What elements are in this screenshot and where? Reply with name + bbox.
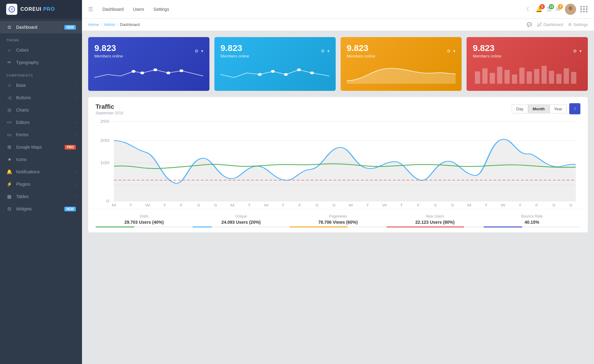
buttons-icon: ◁ bbox=[6, 95, 12, 101]
apps-grid-icon[interactable] bbox=[580, 6, 588, 12]
breadcrumb-sep1: / bbox=[101, 22, 102, 27]
svg-text:M: M bbox=[467, 203, 471, 207]
sidebar-item-base[interactable]: ☆ Base ‹ bbox=[0, 79, 82, 91]
svg-rect-25 bbox=[549, 71, 554, 84]
svg-text:S: S bbox=[332, 203, 336, 207]
stat-bar bbox=[484, 226, 580, 227]
dropdown-icon[interactable]: ▾ bbox=[327, 49, 329, 53]
svg-text:S: S bbox=[552, 203, 556, 207]
stat-chart-red bbox=[473, 62, 582, 85]
sidebar-item-widgets[interactable]: ⊟ Widgets NEW bbox=[0, 203, 82, 215]
gear-icon[interactable]: ⚙ bbox=[321, 49, 325, 53]
svg-text:S: S bbox=[315, 203, 319, 207]
svg-text:F: F bbox=[417, 203, 420, 207]
hamburger-icon[interactable]: ☰ bbox=[88, 6, 93, 13]
dropdown-icon[interactable]: ▾ bbox=[453, 49, 455, 53]
svg-rect-16 bbox=[482, 68, 488, 84]
sidebar-item-dashboard[interactable]: ⊙ Dashboard NEW bbox=[0, 21, 82, 33]
sidebar-item-label: Icons bbox=[16, 157, 75, 162]
stat-chart-orange bbox=[347, 62, 456, 85]
card-header: 9.823 Members online ⚙ ▾ bbox=[221, 43, 329, 58]
sidebar-item-notifications[interactable]: 🔔 Notifications ‹ bbox=[0, 166, 82, 178]
stat-chart-blue bbox=[94, 62, 203, 85]
section-theme: THEME bbox=[0, 33, 82, 44]
dropdown-icon[interactable]: ▾ bbox=[579, 49, 582, 53]
time-btn-year[interactable]: Year bbox=[549, 104, 567, 113]
user-avatar[interactable] bbox=[565, 4, 576, 15]
svg-rect-24 bbox=[542, 66, 547, 84]
chevron-icon: ‹ bbox=[75, 183, 76, 186]
mail-icon[interactable]: ✉ 7 bbox=[556, 6, 561, 13]
header-nav-dashboard[interactable]: Dashboard bbox=[102, 6, 124, 13]
svg-rect-27 bbox=[564, 68, 569, 84]
sidebar-item-charts[interactable]: ◎ Charts bbox=[0, 104, 82, 116]
svg-point-13 bbox=[297, 69, 300, 71]
header-nav-settings[interactable]: Settings bbox=[153, 6, 169, 13]
sidebar: COREUI PRO ⊙ Dashboard NEW THEME ○ Color… bbox=[0, 0, 82, 364]
svg-text:T: T bbox=[163, 203, 166, 207]
card-header: 9.823 Members online ⚙ ▾ bbox=[347, 43, 456, 58]
icons-icon: ★ bbox=[6, 156, 12, 163]
svg-point-12 bbox=[284, 73, 287, 76]
sidebar-item-tables[interactable]: ▦ Tables ‹ bbox=[0, 190, 82, 203]
chat-icon[interactable]: 💬 bbox=[527, 22, 532, 27]
sidebar-item-plugins[interactable]: ⚡ Plugins ‹ bbox=[0, 178, 82, 190]
sidebar-item-buttons[interactable]: ◁ Buttons ‹ bbox=[0, 91, 82, 104]
sidebar-item-forms[interactable]: ▭ Forms ‹ bbox=[0, 129, 82, 141]
svg-text:W: W bbox=[501, 203, 506, 207]
stat-fill bbox=[192, 226, 212, 227]
upload-button[interactable]: ↑ bbox=[569, 103, 580, 114]
chevron-icon: ‹ bbox=[75, 158, 76, 161]
typography-icon: ✏ bbox=[6, 59, 12, 66]
sidebar-item-google-maps[interactable]: ⊞ Google Maps PRO bbox=[0, 141, 82, 153]
svg-text:T: T bbox=[519, 203, 522, 207]
svg-text:T: T bbox=[282, 203, 285, 207]
svg-text:T: T bbox=[400, 203, 403, 207]
stat-number: 9.823 bbox=[94, 43, 123, 53]
traffic-subtitle: September 2019 bbox=[96, 111, 123, 115]
sidebar-item-editors[interactable]: </> Editors ‹ bbox=[0, 116, 82, 129]
svg-point-1 bbox=[11, 9, 12, 10]
gear-icon[interactable]: ⚙ bbox=[195, 49, 199, 53]
traffic-title-group: Traffic September 2019 bbox=[96, 103, 123, 115]
colors-icon: ○ bbox=[6, 47, 12, 53]
svg-point-10 bbox=[258, 73, 261, 76]
gear-icon[interactable]: ⚙ bbox=[573, 49, 577, 53]
main-content: ☰ Dashboard Users Settings ☾ 🔔 5 ☰ 15 ✉ … bbox=[82, 0, 594, 364]
plugins-icon: ⚡ bbox=[6, 181, 12, 187]
stat-label: Unique bbox=[192, 214, 289, 218]
time-btn-day[interactable]: Day bbox=[512, 104, 528, 113]
chevron-icon: ‹ bbox=[75, 133, 76, 137]
breadcrumb-admin[interactable]: Admin bbox=[104, 22, 115, 27]
sidebar-item-icons[interactable]: ★ Icons ‹ bbox=[0, 153, 82, 166]
list-icon[interactable]: ☰ 15 bbox=[547, 6, 552, 13]
stat-bar bbox=[290, 226, 386, 227]
time-btn-month[interactable]: Month bbox=[528, 104, 549, 113]
stat-bounce-rate: Bounce Rate 40.15% bbox=[484, 214, 580, 227]
notifications-bell[interactable]: 🔔 5 bbox=[536, 6, 542, 13]
header-nav-users[interactable]: Users bbox=[133, 6, 144, 13]
svg-text:S: S bbox=[569, 203, 573, 207]
sidebar-item-label: Base bbox=[16, 83, 75, 88]
svg-text:T: T bbox=[248, 203, 251, 207]
svg-rect-15 bbox=[475, 71, 480, 84]
breadcrumb-home[interactable]: Home bbox=[88, 22, 99, 27]
mail-badge: 7 bbox=[558, 4, 563, 9]
sidebar-item-typography[interactable]: ✏ Typography bbox=[0, 56, 82, 69]
dropdown-icon[interactable]: ▾ bbox=[201, 49, 203, 53]
sidebar-item-label: Widgets bbox=[16, 206, 64, 211]
sidebar-item-colors[interactable]: ○ Colors bbox=[0, 44, 82, 56]
breadcrumb-dashboard-link[interactable]: 📈 Dashboard bbox=[537, 22, 563, 27]
svg-text:W: W bbox=[382, 203, 387, 207]
sidebar-item-label: Plugins bbox=[16, 182, 75, 187]
svg-text:M: M bbox=[112, 203, 116, 207]
stat-chart-cyan bbox=[221, 62, 329, 85]
gear-icon[interactable]: ⚙ bbox=[447, 49, 451, 53]
breadcrumb-settings-link[interactable]: ⚙ Settings bbox=[568, 22, 588, 27]
card-number: 9.823 Members online bbox=[473, 43, 501, 58]
dark-mode-icon[interactable]: ☾ bbox=[526, 6, 531, 13]
stat-card-cyan: 9.823 Members online ⚙ ▾ bbox=[214, 37, 336, 91]
stat-card-blue: 9.823 Members online ⚙ ▾ bbox=[88, 37, 209, 91]
breadcrumb: Home / Admin / Dashboard bbox=[88, 22, 140, 27]
forms-icon: ▭ bbox=[6, 132, 12, 138]
